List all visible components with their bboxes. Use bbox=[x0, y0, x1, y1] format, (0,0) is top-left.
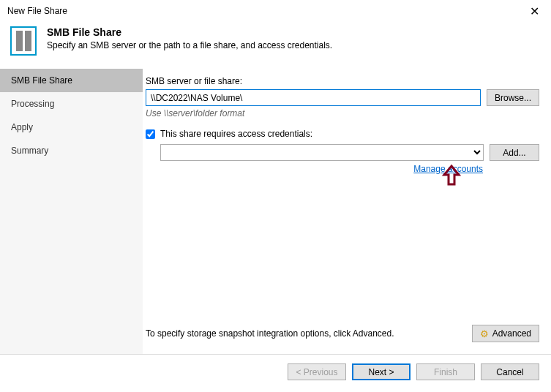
advanced-button-label: Advanced bbox=[492, 328, 531, 339]
sidebar-item-processing[interactable]: Processing bbox=[0, 92, 143, 116]
credentials-checkbox[interactable] bbox=[146, 129, 155, 139]
header-title: SMB File Share bbox=[47, 26, 332, 38]
server-label: SMB server or file share: bbox=[146, 76, 539, 86]
header-subtitle: Specify an SMB server or the path to a f… bbox=[47, 40, 332, 50]
sidebar-item-smb-file-share[interactable]: SMB File Share bbox=[0, 69, 143, 92]
previous-button: < Previous bbox=[288, 363, 346, 380]
finish-button: Finish bbox=[416, 363, 475, 380]
gear-icon: ⚙ bbox=[480, 328, 489, 339]
format-hint: Use \\server\folder format bbox=[146, 108, 539, 118]
next-button[interactable]: Next > bbox=[352, 363, 411, 380]
add-button[interactable]: Add... bbox=[490, 144, 539, 161]
sidebar-item-apply[interactable]: Apply bbox=[0, 116, 143, 139]
advanced-button[interactable]: ⚙ Advanced bbox=[472, 325, 539, 342]
credentials-select[interactable] bbox=[160, 144, 484, 161]
window-title: New File Share bbox=[7, 6, 67, 16]
sidebar: SMB File Share Processing Apply Summary bbox=[0, 69, 143, 354]
titlebar: New File Share ✕ bbox=[0, 0, 551, 20]
main-panel: SMB server or file share: Browse... Use … bbox=[143, 69, 551, 354]
share-icon bbox=[10, 26, 37, 56]
browse-button[interactable]: Browse... bbox=[487, 89, 539, 106]
sidebar-item-summary[interactable]: Summary bbox=[0, 139, 143, 162]
credentials-check-row[interactable]: This share requires access credentials: bbox=[146, 129, 539, 139]
footer: < Previous Next > Finish Cancel bbox=[0, 354, 551, 389]
advanced-hint: To specify storage snapshot integration … bbox=[146, 328, 394, 339]
manage-accounts-link[interactable]: Manage accounts bbox=[413, 164, 483, 174]
server-input[interactable] bbox=[146, 89, 481, 106]
credentials-label: This share requires access credentials: bbox=[160, 129, 312, 139]
cancel-button[interactable]: Cancel bbox=[481, 363, 539, 380]
header: SMB File Share Specify an SMB server or … bbox=[0, 20, 551, 69]
close-icon[interactable]: ✕ bbox=[525, 4, 544, 18]
